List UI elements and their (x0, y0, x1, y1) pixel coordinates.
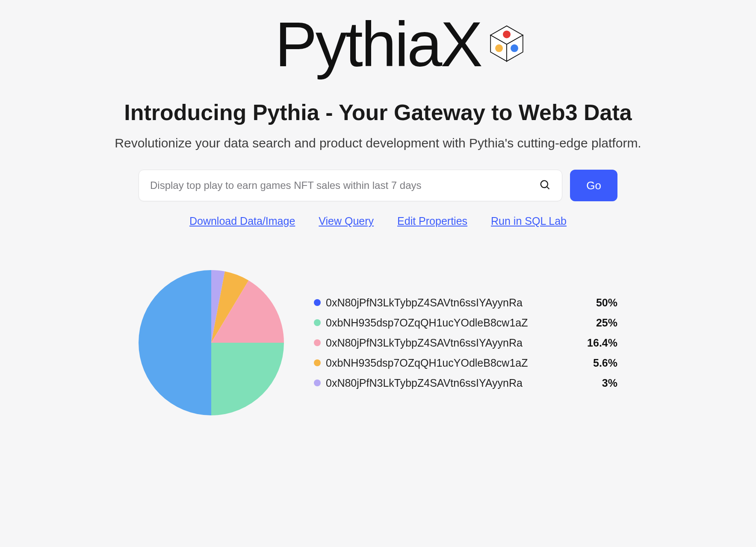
svg-point-5 (511, 44, 518, 52)
legend-value: 25% (596, 317, 617, 329)
legend-label: 0xbNH935dsp7OZqQH1ucYOdleB8cw1aZ (326, 317, 528, 329)
pie-slice (139, 270, 211, 415)
legend-left: 0xbNH935dsp7OZqQH1ucYOdleB8cw1aZ (314, 317, 528, 329)
download-data-link[interactable]: Download Data/Image (189, 215, 295, 227)
legend-row: 0xN80jPfN3LkTybpZ4SAVtn6ssIYAyynRa50% (314, 297, 617, 309)
edit-properties-link[interactable]: Edit Properties (397, 215, 467, 227)
action-links: Download Data/Image View Query Edit Prop… (189, 215, 567, 227)
legend-left: 0xbNH935dsp7OZqQH1ucYOdleB8cw1aZ (314, 357, 528, 369)
legend-left: 0xN80jPfN3LkTybpZ4SAVtn6ssIYAyynRa (314, 337, 523, 349)
view-query-link[interactable]: View Query (319, 215, 374, 227)
run-sql-lab-link[interactable]: Run in SQL Lab (491, 215, 567, 227)
search-row: Go (139, 170, 617, 201)
legend-left: 0xN80jPfN3LkTybpZ4SAVtn6ssIYAyynRa (314, 297, 523, 309)
page-subhead: Revolutionize your data search and produ… (115, 136, 641, 150)
search-input[interactable] (150, 179, 539, 191)
legend-label: 0xbNH935dsp7OZqQH1ucYOdleB8cw1aZ (326, 357, 528, 369)
legend-dot-icon (314, 319, 321, 326)
legend-label: 0xN80jPfN3LkTybpZ4SAVtn6ssIYAyynRa (326, 337, 523, 349)
chart-legend: 0xN80jPfN3LkTybpZ4SAVtn6ssIYAyynRa50%0xb… (314, 297, 617, 389)
brand-name-main: Pythia (275, 9, 440, 79)
legend-row: 0xbNH935dsp7OZqQH1ucYOdleB8cw1aZ25% (314, 317, 617, 329)
pie-slice (211, 343, 284, 415)
go-button[interactable]: Go (570, 170, 617, 201)
legend-dot-icon (314, 339, 321, 346)
legend-row: 0xN80jPfN3LkTybpZ4SAVtn6ssIYAyynRa3% (314, 377, 617, 389)
svg-point-4 (495, 44, 503, 52)
page-headline: Introducing Pythia - Your Gateway to Web… (124, 100, 632, 125)
brand-wordmark: PythiaX (275, 13, 481, 76)
legend-dot-icon (314, 299, 321, 306)
legend-dot-icon (314, 379, 321, 386)
legend-value: 16.4% (587, 337, 617, 349)
legend-label: 0xN80jPfN3LkTybpZ4SAVtn6ssIYAyynRa (326, 297, 523, 309)
chart-area: 0xN80jPfN3LkTybpZ4SAVtn6ssIYAyynRa50%0xb… (139, 270, 617, 415)
search-icon (539, 179, 551, 192)
svg-line-7 (547, 187, 549, 189)
legend-value: 3% (602, 377, 617, 389)
legend-row: 0xN80jPfN3LkTybpZ4SAVtn6ssIYAyynRa16.4% (314, 337, 617, 349)
legend-row: 0xbNH935dsp7OZqQH1ucYOdleB8cw1aZ5.6% (314, 357, 617, 369)
search-box[interactable] (139, 170, 562, 201)
svg-point-6 (541, 181, 548, 188)
cube-logo-icon (487, 9, 526, 48)
legend-value: 5.6% (593, 357, 617, 369)
pie-chart (139, 270, 284, 415)
brand-logo: PythiaX (275, 13, 481, 76)
svg-point-3 (503, 30, 511, 38)
legend-value: 50% (596, 297, 617, 309)
legend-dot-icon (314, 359, 321, 366)
brand-name-suffix: X (440, 9, 481, 79)
legend-label: 0xN80jPfN3LkTybpZ4SAVtn6ssIYAyynRa (326, 377, 523, 389)
legend-left: 0xN80jPfN3LkTybpZ4SAVtn6ssIYAyynRa (314, 377, 523, 389)
